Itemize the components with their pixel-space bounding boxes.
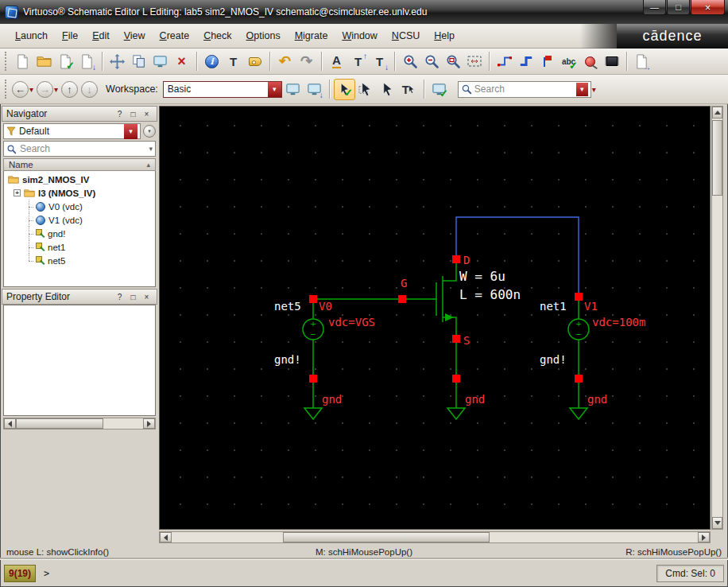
new-button[interactable] — [12, 51, 33, 72]
label-drain[interactable]: D — [463, 254, 470, 266]
navigator-header[interactable]: Navigator ? □ × — [2, 106, 157, 122]
label-v1-name[interactable]: V1 — [584, 300, 598, 313]
property-editor-header[interactable]: Property Editor ? □ × — [2, 289, 157, 305]
zoom-in-button[interactable] — [399, 51, 420, 72]
label-net5[interactable]: net5 — [274, 300, 301, 313]
property-editor-close-button[interactable]: × — [141, 291, 153, 303]
delete-button[interactable]: × — [171, 51, 192, 72]
label-source[interactable]: S — [463, 334, 470, 347]
toolbar-grip[interactable] — [5, 52, 7, 71]
create-note-button[interactable] — [244, 51, 265, 72]
create-instance-button[interactable] — [601, 51, 622, 72]
text-select-button[interactable]: T — [398, 79, 420, 100]
edit-labels-button[interactable]: T — [223, 51, 244, 72]
navigator-help-button[interactable]: ? — [114, 108, 126, 120]
tree-item-v0[interactable]: V0 (vdc) — [4, 200, 155, 213]
text-up-button[interactable]: T↑ — [347, 51, 369, 72]
property-editor-help-button[interactable]: ? — [114, 291, 126, 303]
schematic-drawing[interactable]: + − + − G D S V0 vdc=VGS V1 vdc=100m gnd… — [160, 107, 711, 531]
label-gnd-pin-left[interactable]: gnd — [322, 393, 342, 406]
menu-edit[interactable]: Edit — [85, 27, 117, 45]
menu-migrate[interactable]: Migrate — [288, 27, 335, 45]
tree-item-net1[interactable]: net1 — [4, 240, 155, 254]
navigator-float-button[interactable]: □ — [127, 108, 139, 120]
forward-button[interactable]: → — [37, 81, 53, 98]
forward-history-dropdown[interactable]: ▾ — [54, 85, 58, 94]
label-v0-value[interactable]: vdc=VGS — [328, 316, 375, 328]
label-net1[interactable]: net1 — [540, 300, 567, 313]
save-button[interactable]: ↓ — [76, 51, 98, 72]
search-caret-icon[interactable]: ▾ — [149, 145, 153, 153]
scrollbar-thumb[interactable] — [712, 120, 722, 196]
label-gnd-right[interactable]: gnd! — [540, 353, 567, 366]
titlebar[interactable]: Virtuoso® Schematic Editor L Editing: la… — [0, 0, 728, 24]
check-and-save-button[interactable]: ✓ — [55, 51, 76, 72]
hierarchy-browse-button[interactable]: → — [631, 51, 652, 72]
tree-item-net5[interactable]: net5 — [4, 254, 155, 267]
navigator-search-input[interactable]: Search ▾ — [3, 141, 156, 157]
scroll-right-button[interactable] — [698, 532, 710, 542]
gnd-symbol-left[interactable] — [304, 408, 322, 419]
gnd-symbol-mid[interactable] — [447, 408, 465, 419]
single-select-button[interactable]: ✓ — [334, 79, 355, 100]
text-down-button[interactable]: T↓ — [369, 51, 390, 72]
canvas-vscrollbar[interactable] — [711, 106, 723, 530]
create-wire-name-button[interactable] — [536, 51, 558, 72]
label-v0-name[interactable]: V0 — [319, 300, 332, 313]
options-button[interactable]: ✓ — [428, 79, 450, 100]
minimize-button[interactable]: — — [643, 0, 666, 15]
expander-icon[interactable]: + — [14, 189, 21, 196]
schematic-canvas-area[interactable]: + − + − G D S V0 vdc=VGS V1 vdc=100m gnd… — [159, 106, 711, 530]
label-device-width[interactable]: W = 6u — [459, 269, 505, 284]
label-gnd-pin-right[interactable]: gnd — [587, 393, 607, 406]
pin-gnd-left[interactable] — [309, 375, 317, 383]
pin-gate[interactable] — [398, 295, 406, 303]
zoom-out-button[interactable] — [420, 51, 442, 72]
toolbar-search-input[interactable]: Search ▾ — [458, 81, 591, 98]
label-device-length[interactable]: L = 600n — [459, 287, 521, 302]
tree-item-i3-nmos-iv[interactable]: + I3 (NMOS_IV) — [4, 186, 155, 200]
full-select-button[interactable] — [377, 79, 398, 100]
create-bus-button[interactable] — [515, 51, 536, 72]
zoom-to-fit-button[interactable] — [442, 51, 463, 72]
create-wire-button[interactable] — [494, 51, 515, 72]
filter-caret-icon[interactable]: ▾ — [124, 124, 137, 139]
workspace-select[interactable]: Basic ▾ — [163, 81, 282, 98]
wire-drain-to-v1[interactable] — [456, 217, 579, 297]
scroll-left-button[interactable] — [4, 418, 16, 429]
pin-drain[interactable] — [452, 255, 460, 263]
ciw-input[interactable]: > — [36, 565, 656, 582]
scrollbar-thumb[interactable] — [283, 532, 490, 542]
fit-to-window-button[interactable] — [463, 51, 485, 72]
menu-window[interactable]: Window — [335, 27, 384, 45]
scroll-up-button[interactable] — [712, 107, 722, 119]
move-button[interactable] — [106, 51, 128, 72]
left-panel-hscrollbar[interactable] — [3, 418, 156, 430]
pin-gnd-mid[interactable] — [452, 375, 460, 383]
close-button[interactable]: × — [691, 0, 725, 15]
save-workspace-button[interactable] — [282, 79, 304, 100]
menu-ncsu[interactable]: NCSU — [385, 27, 427, 45]
menu-file[interactable]: File — [55, 27, 85, 45]
navigator-filter-select[interactable]: Default ▾ — [3, 123, 141, 139]
hierarchy-up-button[interactable]: ↑ — [61, 81, 78, 98]
menu-launch[interactable]: Launch — [8, 27, 55, 45]
property-editor-float-button[interactable]: □ — [127, 291, 139, 303]
workspace-caret-icon[interactable]: ▾ — [268, 82, 281, 97]
label-gnd-pin-mid[interactable]: gnd — [465, 393, 485, 406]
pin-net5[interactable] — [309, 295, 317, 303]
copy-button[interactable] — [128, 51, 149, 72]
label-gnd-left[interactable]: gnd! — [274, 353, 301, 366]
revert-workspace-button[interactable]: ↓ — [304, 79, 325, 100]
tree-column-header[interactable]: Name ▴ — [3, 158, 156, 171]
undo-button[interactable]: ↶ — [274, 51, 296, 72]
toolbar-grip[interactable] — [5, 80, 7, 99]
pin-gnd-right[interactable] — [575, 375, 583, 383]
menu-options[interactable]: Options — [239, 27, 288, 45]
navigator-config-button[interactable]: ▾ — [143, 125, 156, 138]
scroll-left-button[interactable] — [160, 532, 172, 542]
gnd-symbol-right[interactable] — [570, 408, 587, 419]
search-caret-icon[interactable]: ▾ — [576, 83, 588, 96]
tree-item-sim2-nmos-iv[interactable]: sim2_NMOS_IV — [4, 173, 155, 186]
search-options-dropdown[interactable]: ▾ — [592, 85, 596, 94]
